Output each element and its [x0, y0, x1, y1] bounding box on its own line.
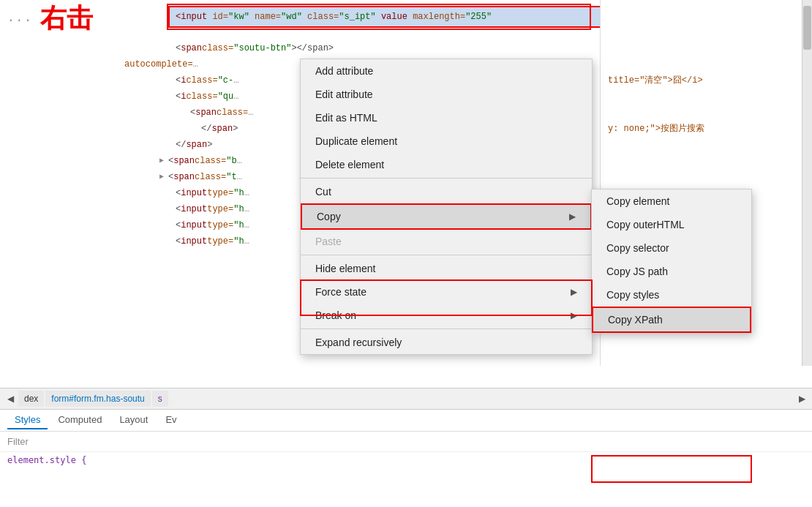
submenu-copy-js-path[interactable]: Copy JS path [592, 260, 751, 283]
attr-id-val: "kw" [228, 12, 249, 22]
break-on-arrow-icon: ▶ [571, 310, 577, 320]
attr-id: id= [212, 12, 228, 22]
copy-submenu: Copy element Copy outerHTML Copy selecto… [591, 189, 752, 334]
breadcrumb-s[interactable]: s [152, 391, 168, 407]
attr-class-val: "s_ipt" [339, 12, 375, 22]
right-panel-code-2: y: none;">按图片搜索 [608, 124, 704, 134]
menu-hide-element[interactable]: Hide element [301, 257, 592, 280]
tab-ev[interactable]: Ev [158, 411, 184, 429]
menu-edit-attribute[interactable]: Edit attribute [301, 83, 592, 106]
submenu-copy-outerhtml[interactable]: Copy outerHTML [592, 213, 751, 236]
attr-name: name= [249, 12, 281, 22]
menu-separator-1 [301, 178, 592, 179]
attr-maxlength: maxlength= [413, 12, 465, 22]
menu-force-state[interactable]: Force state ▶ [301, 280, 592, 304]
style-rule: element.style { [0, 452, 812, 468]
menu-break-on[interactable]: Break on ▶ [301, 304, 592, 327]
breadcrumb-form[interactable]: form#form.fm.has-soutu [45, 391, 150, 407]
tab-computed[interactable]: Computed [50, 411, 109, 429]
menu-separator-3 [301, 328, 592, 329]
context-menu: Add attribute Edit attribute Edit as HTM… [300, 59, 593, 355]
breadcrumb-bar: ◀ dex form#form.fm.has-soutu s ▶ [0, 388, 812, 410]
menu-separator-2 [301, 255, 592, 255]
tab-styles[interactable]: Styles [7, 411, 48, 429]
right-panel-code-1: title="清空">囧</i> [608, 75, 703, 86]
devtools-panel: ... 右击 <input id="kw" name="wd" class="s… [0, 0, 812, 507]
attr-class: class= [302, 12, 339, 22]
menu-paste[interactable]: Paste [301, 230, 592, 253]
attr-value-text: value [376, 12, 413, 22]
submenu-copy-selector[interactable]: Copy selector [592, 236, 751, 260]
scroll-thumb[interactable] [803, 6, 811, 50]
menu-cut[interactable]: Cut [301, 180, 592, 203]
code-line-1: <span class="soutu-btn"></span> [0, 40, 600, 56]
style-tabs: Styles Computed Layout Ev [0, 410, 812, 432]
scrollbar[interactable] [802, 0, 812, 366]
menu-edit-as-html[interactable]: Edit as HTML [301, 106, 592, 129]
tab-layout[interactable]: Layout [112, 411, 155, 429]
copy-arrow-icon: ▶ [569, 211, 576, 222]
force-state-arrow-icon: ▶ [571, 287, 577, 297]
menu-duplicate-element[interactable]: Duplicate element [301, 129, 592, 153]
right-panel-arrow-icon[interactable]: ▶ [795, 392, 808, 405]
menu-expand-recursively[interactable]: Expand recursively [301, 331, 592, 354]
bottom-panel: Styles Computed Layout Ev Filter element… [0, 410, 812, 507]
menu-delete-element[interactable]: Delete element [301, 153, 592, 176]
menu-add-attribute[interactable]: Add attribute [301, 59, 592, 83]
submenu-copy-styles[interactable]: Copy styles [592, 283, 751, 307]
tag-text: <input [176, 12, 212, 22]
filter-row: Filter [0, 432, 812, 452]
right-click-label: 右击 [40, 1, 93, 37]
menu-copy[interactable]: Copy ▶ [301, 203, 592, 230]
breadcrumb-index[interactable]: dex [18, 391, 44, 407]
breadcrumb-back-arrow[interactable]: ◀ [4, 392, 17, 405]
submenu-copy-element[interactable]: Copy element [592, 189, 751, 213]
attr-maxlength-val: "255" [465, 12, 492, 22]
attr-name-val: "wd" [281, 12, 302, 22]
dots-icon: ... [7, 12, 33, 25]
submenu-copy-xpath[interactable]: Copy XPath [592, 307, 751, 333]
